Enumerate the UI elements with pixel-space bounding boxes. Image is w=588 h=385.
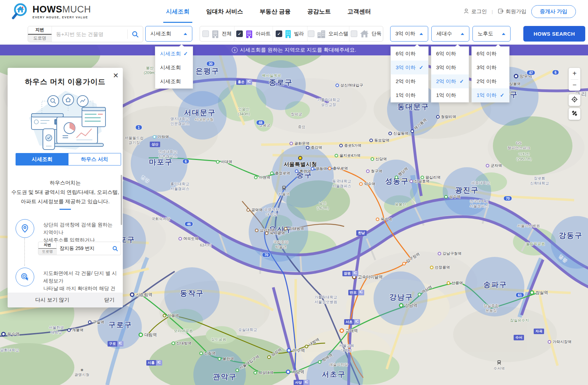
menu-option[interactable]: 시세조회: [155, 74, 193, 88]
type-label: 아파트: [256, 30, 271, 37]
select-value: 노후도: [478, 30, 493, 37]
menu-option[interactable]: 3억 이하: [431, 61, 469, 74]
option-label: 2억 이하: [436, 78, 456, 85]
main-nav: 시세조회임대차 서비스부동산 금융공감노트고객센터: [166, 0, 371, 23]
option-label: 시세조회: [160, 51, 181, 57]
checkbox[interactable]: [202, 30, 209, 37]
villa-icon: [285, 29, 292, 38]
zoom-click-icon: [16, 268, 34, 286]
hows-search-button[interactable]: HOWS SEARCH: [523, 26, 585, 42]
menu-option[interactable]: 2억 이하✓: [431, 74, 469, 88]
chevron-up-icon: [420, 33, 423, 35]
menu-option[interactable]: 6억 이하: [391, 47, 428, 61]
menu-option[interactable]: 1억 이하✓: [472, 88, 509, 102]
nav-item-공감노트[interactable]: 공감노트: [307, 0, 331, 23]
road-tab[interactable]: 도로명: [28, 35, 52, 42]
filter-select-2[interactable]: 세대수: [431, 26, 469, 42]
option-label: 6억 이하: [396, 51, 416, 57]
nav-item-고객센터[interactable]: 고객센터: [347, 0, 371, 23]
zoom-out-button[interactable]: −: [569, 80, 580, 91]
option-label: 2억 이하: [396, 78, 416, 85]
option-label: 1억 이하: [396, 92, 416, 99]
menu-option[interactable]: 3억 이하: [472, 61, 509, 74]
guide-title: 하우스 머치 이용가이드: [8, 77, 123, 87]
agent-signup-button[interactable]: 중개사 가입: [531, 5, 576, 18]
type-전체[interactable]: 전체: [200, 26, 235, 41]
check-icon: ✓: [459, 78, 464, 84]
menu-option[interactable]: 2억 이하: [472, 74, 509, 88]
select-menu-2: 6억 이하3억 이하2억 이하✓1억 이하: [431, 46, 469, 102]
step1-line: 상단의 검색창에 검색을 원하는 지역이나: [43, 221, 117, 236]
mode-select-value: 시세조회: [150, 30, 171, 37]
mode-menu: 시세조회✓시세조회시세조회: [155, 46, 193, 89]
type-오피스텔[interactable]: 오피스텔: [307, 26, 350, 41]
user-icon: [463, 8, 469, 15]
zoom-in-button[interactable]: +: [569, 68, 580, 79]
satellite-button[interactable]: [569, 108, 580, 120]
close-button[interactable]: 닫기: [104, 297, 114, 303]
chevron-up-icon: [184, 33, 187, 35]
checkbox-checked[interactable]: ✓: [236, 30, 243, 37]
nav-item-부동산 금융[interactable]: 부동산 금융: [260, 0, 291, 23]
pin-icon: [16, 219, 34, 238]
chevron-up-icon: [461, 33, 464, 35]
guide-tab-하우스 서치[interactable]: 하우스 서치: [68, 153, 121, 165]
example-jibun-tab[interactable]: 지번: [38, 242, 56, 249]
guide-footer: 다시 보기 않기 닫기: [8, 293, 123, 307]
login-label: 로그인: [471, 8, 487, 15]
guide-tab-시세조회[interactable]: 시세조회: [16, 153, 68, 165]
dismiss-button[interactable]: 다시 보기 않기: [35, 297, 69, 303]
select-value: 3억 이하: [395, 30, 415, 37]
divider: [59, 209, 71, 210]
logo-light: MUCH: [62, 4, 91, 15]
checkbox[interactable]: [308, 30, 314, 37]
header-right: 로그인 | 회원가입 중개사 가입: [463, 0, 576, 23]
checkbox-checked[interactable]: ✓: [276, 30, 282, 37]
menu-option[interactable]: 6억 이하: [472, 47, 509, 61]
type-label: 빌라: [294, 30, 304, 37]
type-단독[interactable]: 단독: [349, 26, 383, 41]
search-input[interactable]: [52, 26, 127, 42]
login-link[interactable]: 로그인: [463, 8, 487, 15]
filter-bar: 지번 도로명 시세조회 전체✓아파트✓빌라오피스텔단독 HOWS SEARCH …: [0, 23, 588, 45]
option-label: 1억 이하: [477, 92, 497, 99]
property-type-filter: 전체✓아파트✓빌라오피스텔단독: [200, 26, 383, 42]
menu-option[interactable]: 3억 이하✓: [391, 61, 428, 74]
menu-option[interactable]: 시세조회✓: [155, 47, 193, 61]
select-menu-3: 6억 이하3억 이하2억 이하1억 이하✓: [471, 46, 509, 102]
jibun-tab[interactable]: 지번: [28, 26, 52, 35]
nav-item-시세조회[interactable]: 시세조회: [166, 0, 190, 23]
signup-link[interactable]: 회원가입: [498, 8, 526, 15]
address-type-toggle: 지번 도로명: [28, 26, 52, 42]
type-아파트[interactable]: ✓아파트: [235, 26, 273, 41]
nav-item-임대차 서비스[interactable]: 임대차 서비스: [206, 0, 243, 23]
checkbox[interactable]: [351, 30, 357, 37]
menu-option[interactable]: 6억 이하: [431, 47, 469, 61]
menu-option[interactable]: 2억 이하: [391, 74, 428, 88]
mode-select[interactable]: 시세조회: [145, 26, 192, 42]
building-icon: [245, 29, 253, 38]
example-search-input[interactable]: [57, 242, 110, 255]
map-zoom-panel: + −: [569, 68, 580, 91]
option-label: 3억 이하: [436, 64, 456, 71]
search-box: 지번 도로명: [28, 26, 143, 42]
guide-intro: 하우스머치는수도권 및 5대 광역시의 연립/다세대, 오피스텔,아파트 시세정…: [8, 178, 123, 206]
type-label: 단독: [371, 30, 382, 37]
example-road-tab[interactable]: 도로명: [38, 249, 56, 255]
offices-icon: [317, 30, 326, 38]
search-icon[interactable]: [128, 26, 143, 42]
type-빌라[interactable]: ✓빌라: [273, 26, 307, 41]
locate-button[interactable]: [569, 94, 580, 106]
menu-option[interactable]: 1억 이하: [431, 88, 469, 102]
search-icon[interactable]: [110, 242, 121, 255]
logo-text: HOWSMUCH EVERY HOUSE, EVERY VALUE: [33, 5, 91, 19]
filter-select-3[interactable]: 노후도: [472, 26, 511, 42]
house-icon: [360, 30, 369, 38]
menu-option[interactable]: 시세조회: [155, 61, 193, 74]
option-label: 1억 이하: [436, 92, 456, 99]
menu-option[interactable]: 1억 이하: [391, 88, 428, 102]
intro-line: 아파트 시세정보를 제공하고 있습니다.: [8, 197, 123, 206]
modal-scrollbar[interactable]: [121, 175, 122, 225]
filter-select-1[interactable]: 3억 이하: [390, 26, 428, 42]
logo[interactable]: HOWSMUCH EVERY HOUSE, EVERY VALUE: [10, 2, 91, 22]
